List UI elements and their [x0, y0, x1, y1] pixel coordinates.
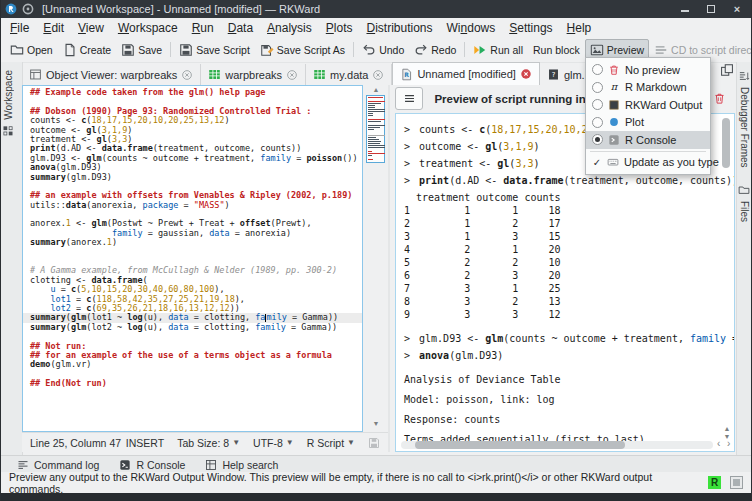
workspace-icon: [2, 125, 14, 137]
menu-item-r-markdown[interactable]: πR Markdown: [586, 79, 710, 97]
tool-tab-command-log[interactable]: Command log: [17, 459, 99, 471]
menu-file[interactable]: File: [3, 20, 36, 36]
blue-circle-icon: [608, 116, 620, 128]
menu-settings[interactable]: Settings: [502, 20, 559, 36]
toolbar-button-label: Redo: [431, 44, 456, 56]
menu-view[interactable]: View: [71, 20, 111, 36]
code-line: utils::data(anorexia, package = "MASS"): [30, 201, 362, 210]
document-tab-label: warpbreaks: [225, 69, 282, 81]
toolbar-button-run-all[interactable]: Run all: [468, 39, 528, 61]
preview-dropdown-menu: No previewπR MarkdownRKWard OutputPlotR …: [585, 57, 711, 175]
input-mode[interactable]: INSERT: [126, 437, 164, 449]
menu-analysis[interactable]: Analysis: [260, 20, 319, 36]
close-tab-icon[interactable]: [181, 69, 193, 81]
toolbar-button-redo[interactable]: Redo: [409, 39, 461, 61]
menu-item-update-as-you-type[interactable]: ✓Update as you type: [586, 154, 710, 172]
code-minimap[interactable]: [366, 95, 385, 163]
dark-square-icon: [608, 99, 620, 111]
delete-preview-icon[interactable]: [713, 92, 726, 105]
tool-tab-help-search[interactable]: Help search: [205, 459, 278, 471]
status-message: Preview any output to the RKWard Output …: [9, 471, 708, 495]
menu-item-r-console[interactable]: R Console: [586, 131, 710, 149]
scroll-left-icon[interactable]: ‹: [717, 438, 720, 449]
console-prompt: >: [404, 158, 410, 169]
minimap-line: [368, 151, 372, 152]
menu-item-rkward-output[interactable]: RKWard Output: [586, 96, 710, 114]
detach-view-button[interactable]: [717, 63, 737, 85]
toolbar-button-run-block[interactable]: Run block: [528, 40, 585, 60]
close-tab-icon[interactable]: [520, 68, 532, 80]
preview-menu-button[interactable]: [395, 87, 423, 110]
debugger-icon: [738, 70, 750, 82]
close-tab-icon[interactable]: [286, 69, 298, 81]
side-tab-files[interactable]: Files: [737, 176, 751, 230]
minimap-line: [368, 101, 385, 102]
toolbar-button-save-script-as[interactable]: Save Script As: [255, 39, 350, 61]
editor-scrollbar-minimap[interactable]: ▲ ▼: [364, 85, 388, 432]
close-tab-icon[interactable]: [372, 69, 384, 81]
scroll-down-icon[interactable]: ▼: [364, 419, 388, 428]
menu-edit[interactable]: Edit: [36, 20, 71, 36]
tab-size-combo[interactable]: Tab Size: 8▼: [177, 437, 240, 449]
code-line: ## End(Not run): [30, 379, 362, 388]
command-log-icon: [17, 459, 29, 471]
vertical-scrollbar[interactable]: [722, 118, 730, 168]
script-editor[interactable]: ## Example code taken from the glm() hel…: [22, 85, 363, 432]
document-tab-label: my.data: [330, 69, 368, 81]
help-search-icon: [205, 459, 217, 471]
toolbar-button-save-script[interactable]: Save Script: [174, 39, 255, 61]
console-output: Response: counts: [404, 413, 734, 426]
horizontal-scrollbar[interactable]: [401, 441, 713, 449]
menu-workspace[interactable]: Workspace: [111, 20, 185, 36]
toolbar-button-create[interactable]: Create: [58, 39, 117, 61]
maximize-icon[interactable]: [706, 4, 716, 14]
scrollbar-thumb[interactable]: [415, 441, 625, 449]
console-prompt: >: [404, 333, 410, 344]
activities-icon[interactable]: [22, 3, 34, 15]
side-tab-workspace[interactable]: Workspace: [1, 62, 15, 145]
menu-data[interactable]: Data: [221, 20, 260, 36]
right-tool-strip: Debugger FramesFiles: [736, 62, 751, 455]
toolbar-button-open[interactable]: Open: [5, 39, 58, 61]
side-tab-debugger-frames[interactable]: Debugger Frames: [737, 62, 751, 176]
pane-splitter[interactable]: [388, 85, 390, 452]
menu-item-no-preview[interactable]: No preview: [586, 61, 710, 79]
tool-tab-r-console[interactable]: R Console: [119, 459, 185, 471]
encoding-combo[interactable]: UTF-8▼: [253, 437, 294, 449]
menu-item-plot[interactable]: Plot: [586, 114, 710, 132]
console-gap: [404, 321, 734, 328]
close-icon[interactable]: ×: [732, 4, 742, 14]
left-tool-strip: Workspace: [1, 62, 23, 455]
menu-run[interactable]: Run: [185, 20, 221, 36]
document-tab-my-data[interactable]: my.data: [306, 64, 392, 85]
console-output: 6 2 3 20: [404, 269, 734, 282]
document-tab-warpbreaks[interactable]: warpbreaks: [201, 64, 306, 85]
document-tab-unnamed-modified[interactable]: RUnnamed [modified]: [392, 62, 539, 85]
minimap-line: [368, 109, 385, 110]
scroll-up-icon[interactable]: ▲: [364, 85, 388, 94]
toolbar-button-undo[interactable]: Undo: [357, 39, 409, 61]
menu-distributions[interactable]: Distributions: [359, 20, 439, 36]
menu-windows[interactable]: Windows: [440, 20, 503, 36]
code-line: summary(anorex.1): [30, 238, 362, 247]
document-tab-object-viewer-warpbreaks[interactable]: Object Viewer: warpbreaks: [22, 64, 201, 85]
toolbar-button-label: Save Script As: [277, 44, 345, 56]
menu-help[interactable]: Help: [560, 20, 599, 36]
document-tab-label: Object Viewer: warpbreaks: [46, 69, 177, 81]
console-output: 3 1 3 15: [404, 230, 734, 243]
keyboard-icon: [607, 156, 619, 168]
toolbar-button-save[interactable]: Save: [116, 39, 167, 61]
toolbar-button-label: Save Script: [196, 44, 250, 56]
console-prompt: >: [404, 141, 410, 152]
chevron-down-icon: ▼: [347, 438, 355, 447]
radio-icon: [592, 117, 603, 128]
filetype-combo[interactable]: R Script▼: [307, 437, 355, 449]
scroll-up-icon[interactable]: ▲: [722, 425, 732, 432]
menu-plots[interactable]: Plots: [319, 20, 360, 36]
console-output: 8 3 2 13: [404, 295, 734, 308]
console-dark-icon: [119, 459, 131, 471]
hamburger-icon: [403, 92, 416, 105]
console-icon: [608, 134, 620, 146]
scroll-right-icon[interactable]: ›: [727, 438, 730, 449]
minimize-icon[interactable]: [680, 4, 690, 14]
